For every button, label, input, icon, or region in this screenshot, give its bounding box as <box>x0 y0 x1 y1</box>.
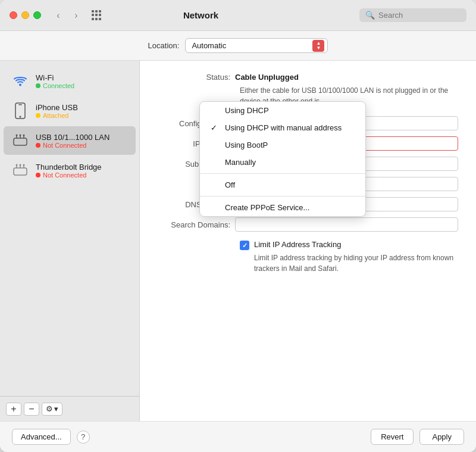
sidebar-list: Wi-Fi Connected <box>0 61 139 396</box>
location-bar: Location: Automatic ▲ ▼ <box>0 31 476 61</box>
svg-point-7 <box>23 135 25 136</box>
dropdown-divider <box>200 173 365 174</box>
tb-status-dot <box>36 173 40 177</box>
sidebar: Wi-Fi Connected <box>0 61 140 421</box>
dropdown-item-using-dhcp[interactable]: Using DHCP <box>200 102 365 119</box>
svg-rect-4 <box>14 138 27 145</box>
sidebar-footer: + − ⚙ ▾ <box>0 396 139 421</box>
status-label: Status: <box>158 73 235 82</box>
limit-ip-checkbox[interactable]: ✓ <box>240 241 249 250</box>
location-select[interactable]: Automatic <box>185 38 328 53</box>
dropdown-item-dhcp-manual-label: Using DHCP with manual address <box>225 123 342 132</box>
app-grid-icon[interactable] <box>91 10 102 21</box>
dropdown-item-using-dhcp-label: Using DHCP <box>225 106 269 115</box>
apply-button[interactable]: Apply <box>419 429 464 445</box>
dhcp-manual-check-icon: ✓ <box>211 123 220 132</box>
dropdown-item-manually-label: Manually <box>225 158 256 167</box>
help-button[interactable]: ? <box>77 431 90 444</box>
limit-ip-label: Limit IP Address Tracking <box>254 240 341 249</box>
usb-lan-status-dot <box>36 143 40 148</box>
advanced-button[interactable]: Advanced... <box>12 429 71 445</box>
back-button[interactable]: ‹ <box>51 8 66 23</box>
search-domains-input[interactable] <box>235 217 458 232</box>
svg-rect-8 <box>14 168 27 175</box>
status-row: Status: Cable Unplugged <box>158 73 458 82</box>
svg-point-3 <box>20 116 21 118</box>
location-label: Location: <box>148 41 180 50</box>
wifi-icon <box>11 71 30 91</box>
close-button[interactable] <box>10 11 17 19</box>
traffic-lights <box>10 11 41 19</box>
add-network-button[interactable]: + <box>6 403 21 416</box>
minimize-button[interactable] <box>21 11 29 19</box>
usb-lan-name: USB 10/1...1000 LAN <box>36 133 109 142</box>
svg-point-0 <box>19 84 21 86</box>
wifi-status-dot <box>36 83 40 88</box>
checkbox-row: ✓ Limit IP Address Tracking <box>158 240 458 250</box>
checkmark-icon: ✓ <box>242 242 248 250</box>
dropdown-item-bootp[interactable]: Using BootP <box>200 136 365 154</box>
search-domains-label: Search Domains: <box>158 220 235 229</box>
iphone-status: Attached <box>36 112 78 119</box>
usb-lan-icon <box>11 131 30 150</box>
dropdown-divider-2 <box>200 196 365 197</box>
nav-buttons: ‹ › <box>51 8 84 23</box>
dropdown-item-pppoe[interactable]: Create PPPoE Service... <box>200 199 365 216</box>
search-icon: 🔍 <box>365 11 375 20</box>
dropdown-item-manually[interactable]: Manually <box>200 154 365 171</box>
svg-rect-2 <box>18 104 22 105</box>
thunderbolt-icon <box>11 161 30 180</box>
usb-lan-status: Not Connected <box>36 142 109 149</box>
remove-network-button[interactable]: − <box>24 403 39 416</box>
gear-icon: ⚙ <box>46 404 53 413</box>
checkbox-desc: Limit IP address tracking by hiding your… <box>158 253 458 274</box>
status-value: Cable Unplugged <box>235 73 299 82</box>
sidebar-item-usb-lan-text: USB 10/1...1000 LAN Not Connected <box>36 133 109 149</box>
forward-button[interactable]: › <box>68 8 84 23</box>
iphone-status-dot <box>36 113 40 118</box>
maximize-button[interactable] <box>33 11 41 19</box>
search-domains-row: Search Domains: <box>158 217 458 232</box>
search-bar[interactable]: 🔍 <box>359 8 466 22</box>
right-panel: Status: Cable Unplugged Either the cable… <box>140 61 476 421</box>
sidebar-item-wifi[interactable]: Wi-Fi Connected <box>4 67 136 95</box>
svg-point-11 <box>23 164 25 166</box>
sidebar-item-thunderbolt[interactable]: Thunderbolt Bridge Not Connected <box>4 156 136 185</box>
gear-button[interactable]: ⚙ ▾ <box>42 403 62 416</box>
sidebar-item-wifi-text: Wi-Fi Connected <box>36 73 74 89</box>
dropdown-item-dhcp-manual[interactable]: ✓ Using DHCP with manual address <box>200 119 365 136</box>
configure-dropdown: Using DHCP ✓ Using DHCP with manual addr… <box>199 101 366 217</box>
network-preferences-window: ‹ › Network 🔍 Location: Automatic ▲ ▼ <box>0 0 476 452</box>
dropdown-item-off[interactable]: Off <box>200 176 365 194</box>
sidebar-item-iphone-text: iPhone USB Attached <box>36 103 78 119</box>
search-input[interactable] <box>378 11 461 20</box>
svg-point-6 <box>20 135 21 136</box>
dropdown-item-pppoe-label: Create PPPoE Service... <box>225 203 309 212</box>
wifi-status: Connected <box>36 82 74 89</box>
phone-icon <box>11 101 30 120</box>
chevron-down-icon: ▾ <box>54 404 58 413</box>
bottom-bar: Advanced... ? Revert Apply <box>0 421 476 452</box>
main-content: Wi-Fi Connected <box>0 61 476 421</box>
sidebar-item-tb-text: Thunderbolt Bridge Not Connected <box>36 163 102 179</box>
dropdown-item-off-label: Off <box>225 180 235 189</box>
window-title: Network <box>109 10 293 20</box>
dropdown-item-bootp-label: Using BootP <box>225 141 268 149</box>
iphone-name: iPhone USB <box>36 103 78 112</box>
tb-status: Not Connected <box>36 172 102 179</box>
sidebar-item-usb-lan[interactable]: USB 10/1...1000 LAN Not Connected <box>4 126 136 155</box>
sidebar-item-iphone[interactable]: iPhone USB Attached <box>4 96 136 125</box>
location-select-wrap: Automatic ▲ ▼ <box>185 38 328 53</box>
svg-point-10 <box>20 164 21 166</box>
svg-point-9 <box>16 164 18 166</box>
tb-name: Thunderbolt Bridge <box>36 163 102 172</box>
title-bar: ‹ › Network 🔍 <box>0 0 476 31</box>
wifi-name: Wi-Fi <box>36 73 74 82</box>
svg-point-5 <box>16 135 18 136</box>
revert-button[interactable]: Revert <box>371 429 414 445</box>
